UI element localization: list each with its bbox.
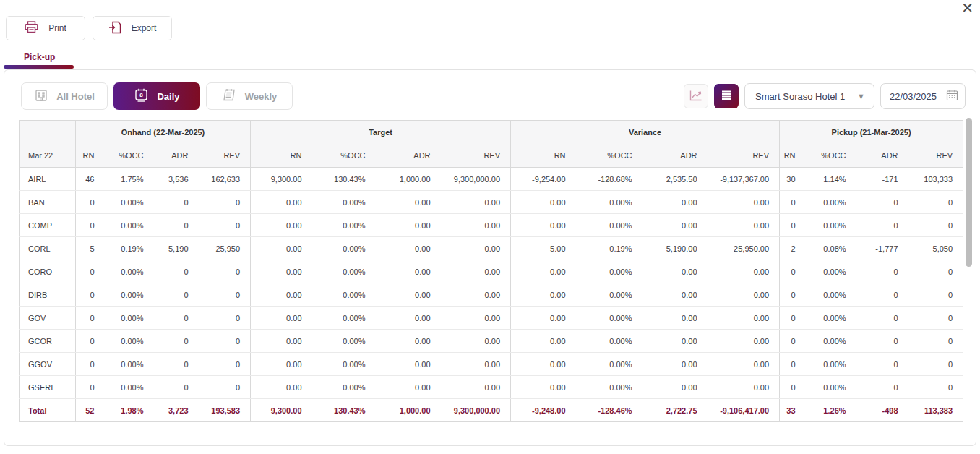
cell-variance-adr: 0.00 <box>642 307 708 330</box>
column-header-pct-occ: %OCC <box>806 144 856 168</box>
cell-onhand-rn: 0 <box>76 307 105 330</box>
cell-onhand-rev: 193,583 <box>199 399 251 422</box>
cell-onhand-rev: 0 <box>199 353 251 376</box>
cell-pickup-rev: 0 <box>908 376 963 399</box>
table-row: AIRL461.75%3,536162,6339,300.00130.43%1,… <box>20 168 963 191</box>
daily-calendar-icon: 8 <box>134 87 149 105</box>
cell-pickup-rev: 0 <box>908 260 963 283</box>
weekly-notepad-icon <box>222 87 237 105</box>
cell-onhand-pct-occ: 0.00% <box>105 307 154 330</box>
cell-target-rev: 0.00 <box>441 260 511 283</box>
print-button[interactable]: Print <box>6 16 85 40</box>
panel-toolbar: All Hotel 8 Daily <box>4 70 976 110</box>
cell-target-rev: 0.00 <box>441 330 511 353</box>
line-chart-icon <box>689 90 702 103</box>
cell-onhand-pct-occ: 0.00% <box>105 353 154 376</box>
cell-target-adr: 1,000.00 <box>376 168 441 191</box>
cell-onhand-adr: 0 <box>154 283 199 307</box>
vertical-scrollbar <box>966 118 973 420</box>
cell-onhand-pct-occ: 0.00% <box>105 376 154 399</box>
cell-pickup-rev: 5,050 <box>908 237 963 260</box>
cell-variance-adr: 0.00 <box>642 214 708 237</box>
cell-target-pct-occ: 0.00% <box>312 237 376 260</box>
cell-variance-rev: 0.00 <box>708 307 780 330</box>
row-label: GOV <box>20 307 76 330</box>
cell-onhand-pct-occ: 0.00% <box>105 283 154 307</box>
cell-onhand-adr: 0 <box>154 214 199 237</box>
cell-pickup-rev: 0 <box>908 214 963 237</box>
all-hotel-label: All Hotel <box>56 91 95 102</box>
all-hotel-button[interactable]: All Hotel <box>21 82 108 110</box>
cell-target-adr: 0.00 <box>376 237 441 260</box>
tab-pickup[interactable]: Pick-up <box>24 52 55 62</box>
cell-pickup-pct-occ: 0.00% <box>806 191 856 214</box>
column-header-pct-occ: %OCC <box>105 144 154 168</box>
cell-variance-rev: 0.00 <box>708 283 780 307</box>
table-row: GGOV00.00%000.000.00%0.000.000.000.00%0.… <box>20 353 963 376</box>
cell-variance-rn: 5.00 <box>511 237 576 260</box>
cell-target-pct-occ: 0.00% <box>312 376 376 399</box>
hotel-select[interactable]: Smart Soraso Hotel 1 ▼ <box>744 83 874 109</box>
scrollbar-thumb[interactable] <box>966 118 972 267</box>
cell-target-adr: 1,000.00 <box>376 399 441 422</box>
cell-target-rn: 0.00 <box>251 237 312 260</box>
cell-target-pct-occ: 0.00% <box>312 260 376 283</box>
cell-pickup-adr: 0 <box>856 214 908 237</box>
cell-target-pct-occ: 0.00% <box>312 353 376 376</box>
cell-onhand-rn: 0 <box>76 353 105 376</box>
cell-pickup-adr: -498 <box>856 399 908 422</box>
group-header-pickup: Pickup (21-Mar-2025) <box>780 121 963 144</box>
table-body: AIRL461.75%3,536162,6339,300.00130.43%1,… <box>20 168 963 422</box>
cell-pickup-rev: 0 <box>908 330 963 353</box>
calendar-icon[interactable] <box>946 89 958 104</box>
cell-target-pct-occ: 0.00% <box>312 214 376 237</box>
chart-view-button[interactable] <box>684 84 708 108</box>
table-view-button[interactable] <box>714 84 739 108</box>
cell-pickup-pct-occ: 0.00% <box>806 283 856 307</box>
table-row: COMP00.00%000.000.00%0.000.000.000.00%0.… <box>20 214 963 237</box>
cell-variance-rn: 0.00 <box>511 376 576 399</box>
cell-pickup-adr: 0 <box>856 191 908 214</box>
cell-variance-pct-occ: -128.68% <box>576 168 642 191</box>
close-icon[interactable]: ✕ <box>961 1 973 15</box>
cell-onhand-pct-occ: 0.00% <box>105 260 154 283</box>
cell-onhand-adr: 0 <box>154 260 199 283</box>
cell-target-rn: 0.00 <box>251 214 312 237</box>
weekly-button[interactable]: Weekly <box>206 82 293 110</box>
cell-pickup-pct-occ: 0.00% <box>806 376 856 399</box>
row-label: GCOR <box>20 330 76 353</box>
cell-pickup-rn: 0 <box>780 191 806 214</box>
cell-target-rn: 9,300.00 <box>251 399 312 422</box>
cell-variance-rev: 0.00 <box>708 260 780 283</box>
cell-variance-rev: 0.00 <box>708 191 780 214</box>
cell-target-pct-occ: 0.00% <box>312 307 376 330</box>
cell-variance-rev: -9,137,367.00 <box>708 168 780 191</box>
cell-variance-rn: -9,248.00 <box>511 399 576 422</box>
cell-onhand-rev: 162,633 <box>199 168 251 191</box>
weekly-label: Weekly <box>245 91 278 102</box>
cell-onhand-adr: 3,536 <box>154 168 199 191</box>
cell-pickup-adr: 0 <box>856 260 908 283</box>
cell-target-rev: 0.00 <box>441 191 511 214</box>
cell-variance-adr: 0.00 <box>642 260 708 283</box>
daily-button[interactable]: 8 Daily <box>113 82 200 110</box>
group-header-row: Onhand (22-Mar-2025) Target Variance Pic… <box>20 121 963 144</box>
cell-variance-adr: 0.00 <box>642 191 708 214</box>
cell-onhand-rn: 5 <box>76 237 105 260</box>
date-input[interactable] <box>890 91 946 102</box>
cell-variance-pct-occ: 0.00% <box>576 191 642 214</box>
cell-variance-rn: 0.00 <box>511 214 576 237</box>
cell-target-adr: 0.00 <box>376 307 441 330</box>
cell-pickup-adr: 0 <box>856 330 908 353</box>
cell-variance-pct-occ: 0.19% <box>576 237 642 260</box>
cell-target-adr: 0.00 <box>376 376 441 399</box>
cell-target-rn: 0.00 <box>251 307 312 330</box>
cell-pickup-rev: 0 <box>908 191 963 214</box>
cell-pickup-rn: 0 <box>780 330 806 353</box>
cell-onhand-adr: 5,190 <box>154 237 199 260</box>
export-button[interactable]: Export <box>93 16 172 40</box>
cell-pickup-adr: 0 <box>856 376 908 399</box>
cell-variance-pct-occ: 0.00% <box>576 376 642 399</box>
group-header-variance: Variance <box>511 121 780 144</box>
cell-target-rev: 0.00 <box>441 307 511 330</box>
